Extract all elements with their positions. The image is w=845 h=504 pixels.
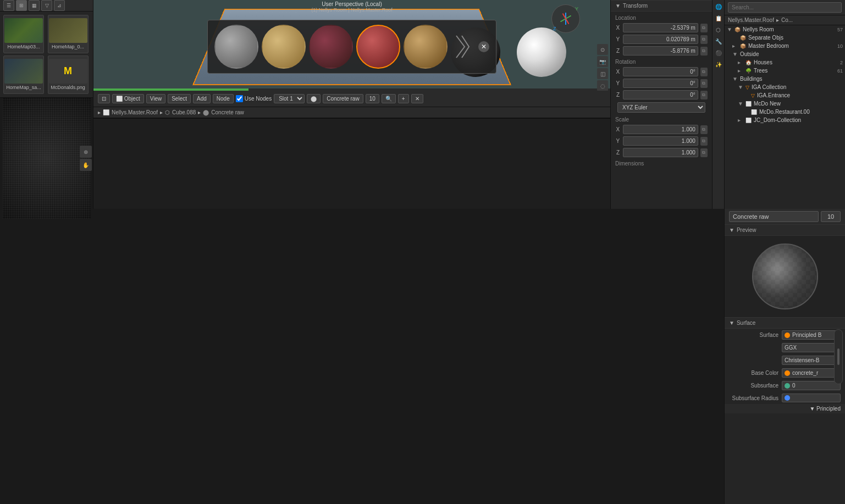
transform-collapse-icon: ▼: [615, 3, 621, 9]
file-thumb-homemap0[interactable]: HomeMap_0...: [48, 15, 89, 53]
breadcrumb-material[interactable]: Concrete raw: [211, 109, 244, 115]
rotation-y-input[interactable]: [623, 79, 698, 88]
surface-shader-value[interactable]: Principled B: [782, 330, 841, 340]
sphere-sand[interactable]: [262, 25, 306, 69]
ne-material-type-btn[interactable]: ⬤: [307, 94, 321, 103]
ne-node-btn[interactable]: Node: [213, 94, 234, 103]
sphere-concrete[interactable]: [214, 25, 258, 69]
icon-object-data[interactable]: 🔧: [713, 36, 724, 47]
scale-y-copy[interactable]: ⧉: [700, 137, 708, 146]
expand-mcdo-new: ▼: [738, 101, 743, 107]
ne-material-name[interactable]: Concrete raw: [323, 94, 363, 103]
ne-editor-type[interactable]: ⊡: [98, 94, 110, 103]
tree-item-houses[interactable]: ▸ 🏠 Houses 2: [725, 58, 845, 67]
file-thumb-homemap03[interactable]: HomeMap03...: [3, 15, 44, 53]
file-label-homemap03: HomeMap03...: [4, 43, 43, 51]
ne-object-btn[interactable]: ⬜ Object: [112, 94, 144, 103]
location-x-copy[interactable]: ⧉: [700, 24, 708, 32]
ne-select-btn[interactable]: Select: [168, 94, 191, 103]
scale-z-input[interactable]: [623, 148, 698, 157]
material-name-bar: 10: [725, 209, 845, 224]
ne-slot-select[interactable]: Slot 1: [274, 94, 305, 103]
node-editor-scrollbar[interactable]: [834, 329, 843, 384]
icon-view-layer[interactable]: 📋: [713, 13, 724, 24]
material-name-input[interactable]: [729, 211, 819, 222]
rotation-z-input[interactable]: [623, 90, 698, 99]
ne-mat-del[interactable]: ✕: [411, 94, 423, 103]
tool-camera-view[interactable]: 📷: [597, 56, 608, 67]
ss-method-value[interactable]: Christensen-B: [782, 356, 841, 365]
scale-z-copy[interactable]: ⧉: [700, 148, 708, 157]
icon-material[interactable]: ⚫: [713, 47, 724, 58]
ne-mat-browse[interactable]: 🔍: [382, 94, 396, 103]
breadcrumb-master-roof[interactable]: Nellys.Master.Roof: [112, 109, 158, 115]
preview-section-header[interactable]: ▼ Preview: [725, 224, 845, 236]
file-label-homemap0: HomeMap_0...: [48, 43, 88, 51]
tree-item-master-bedroom[interactable]: ▸ 📦 Master Bedroom 10: [725, 42, 845, 50]
right-area: ▼ Transform Location X ⧉ Y ⧉ Z ⧉: [610, 0, 845, 209]
icon-scene[interactable]: 🌐: [713, 1, 724, 12]
tree-item-mcdo-restaurant[interactable]: ⬜ McDo.Restaurant.00: [725, 108, 845, 116]
location-z-input[interactable]: [623, 46, 698, 56]
ne-mat-new[interactable]: +: [398, 94, 409, 103]
ne-use-nodes-check[interactable]: Use Nodes: [236, 95, 272, 102]
location-y-copy[interactable]: ⧉: [700, 35, 708, 44]
sphere-dark-red[interactable]: [309, 25, 353, 69]
ss-radius-value[interactable]: [782, 394, 841, 402]
subsurface-row: Subsurface: [725, 379, 845, 392]
tree-item-iga-entrance[interactable]: ▽ IGA.Entrance: [725, 91, 845, 99]
sphere-wood[interactable]: [404, 25, 448, 69]
sort-btn[interactable]: ⊿: [54, 0, 65, 11]
tree-item-outside[interactable]: ▼ Outside: [725, 50, 845, 58]
tree-item-nellys-room[interactable]: ▼ 📦 Nellys Room 57: [725, 25, 845, 34]
list-view-btn[interactable]: ☰: [3, 0, 14, 11]
ne-add-btn[interactable]: Add: [193, 94, 211, 103]
transform-header[interactable]: ▼ Transform: [611, 0, 712, 12]
tree-item-jc-dom[interactable]: ▸ ⬜ JC_Dom-Collection: [725, 116, 845, 124]
location-y-input[interactable]: [623, 35, 698, 44]
subsurface-prop-input[interactable]: [792, 383, 814, 389]
ne-view-btn[interactable]: View: [146, 94, 166, 103]
rotation-z-copy[interactable]: ⧉: [700, 91, 708, 99]
distribution-value[interactable]: GGX: [782, 343, 841, 352]
scale-x-row: X ⧉: [613, 124, 710, 135]
viewport-3d[interactable]: User Perspective (Local) (1) Nellys Room…: [93, 0, 610, 91]
tool-top-view[interactable]: ⊙: [597, 44, 608, 55]
icon-view-btn[interactable]: ▦: [29, 0, 40, 11]
surface-section-header[interactable]: ▼ Surface: [725, 317, 845, 329]
use-nodes-checkbox[interactable]: [236, 95, 243, 102]
scale-x-copy[interactable]: ⧉: [700, 125, 708, 134]
filter-btn[interactable]: ▽: [41, 0, 52, 11]
rotation-y-copy[interactable]: ⧉: [700, 79, 708, 88]
breadcrumb-cube[interactable]: Cube.088: [172, 109, 196, 115]
sphere-red[interactable]: [356, 25, 400, 69]
tree-item-mcdo-new[interactable]: ▼ ⬜ McDo New: [725, 99, 845, 108]
tree-item-buildings[interactable]: ▼ Buildings: [725, 75, 845, 83]
pan-tool[interactable]: ✋: [80, 159, 92, 171]
preview-collapse-icon: ▼: [729, 227, 734, 233]
rotation-x-copy[interactable]: ⧉: [700, 68, 708, 76]
spheres-close-btn[interactable]: ✕: [478, 41, 489, 52]
icon-separate-objs: 📦: [740, 35, 746, 41]
scale-x-input[interactable]: [623, 125, 698, 134]
grid-view-btn[interactable]: ⊞: [16, 0, 27, 11]
base-color-value[interactable]: concrete_r: [782, 368, 841, 378]
zoom-tool[interactable]: ⊕: [80, 146, 92, 158]
scale-y-input[interactable]: [623, 136, 698, 146]
icon-object[interactable]: ⬡: [713, 24, 724, 35]
tree-item-trees[interactable]: ▸ 🌳 Trees 61: [725, 67, 845, 75]
tool-perspective[interactable]: ◫: [597, 68, 608, 79]
outliner-search-input[interactable]: [728, 2, 842, 13]
location-z-copy[interactable]: ⧉: [700, 47, 708, 56]
file-thumb-mcdonalds[interactable]: M McDonalds.png: [48, 56, 89, 94]
rotation-mode-select[interactable]: XYZ Euler: [617, 102, 705, 113]
expand-jc-dom: ▸: [738, 117, 743, 123]
location-x-input[interactable]: [623, 23, 698, 32]
icon-particles[interactable]: ✨: [713, 59, 724, 70]
subsurface-dot: [785, 383, 790, 389]
rotation-x-input[interactable]: [623, 67, 698, 76]
tree-item-iga-collection[interactable]: ▼ ▽ IGA Collection: [725, 83, 845, 91]
tree-item-separate-objs[interactable]: 📦 Separate Objs: [725, 34, 845, 42]
tool-overlay[interactable]: ◌: [597, 80, 608, 91]
file-thumb-homemapsa[interactable]: HomeMap_sa...: [3, 56, 44, 94]
